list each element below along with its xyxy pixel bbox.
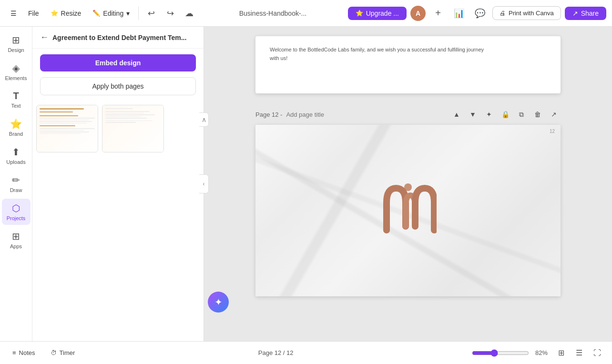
left-panel: ← Agreement to Extend Debt Payment Tem..… <box>32 27 204 341</box>
file-button[interactable]: File <box>23 7 44 20</box>
analytics-icon: 📊 <box>454 8 464 19</box>
redo-icon: ↪ <box>167 8 174 19</box>
topbar-center: Business-Handbook-... <box>200 10 346 17</box>
page-12-canvas[interactable]: 12 <box>255 125 561 296</box>
fullscreen-button[interactable]: ⛶ <box>590 346 604 360</box>
thumb-content-1 <box>37 105 98 152</box>
share-button[interactable]: ↗ Share <box>565 7 606 20</box>
notes-button[interactable]: ≡ Notes <box>8 346 40 359</box>
notes-label: Notes <box>19 349 35 356</box>
page-lock-button[interactable]: 🔒 <box>499 108 512 121</box>
bottombar: ≡ Notes ⏱ Timer Page 12 / 12 82% ⊞ ☰ ⛶ <box>0 341 612 364</box>
page-up-icon: ▲ <box>453 111 460 118</box>
zoom-value: 82% <box>533 349 550 356</box>
page-11-canvas: Welcome to the BottledCode Labs family, … <box>255 36 561 93</box>
page-info: Page 12 / 12 <box>258 349 294 356</box>
draw-icon: ✏ <box>12 174 20 186</box>
upgrade-button[interactable]: ⭐ Upgrade ... <box>348 7 407 20</box>
sidebar-item-elements[interactable]: ◈ Elements <box>2 59 31 85</box>
apply-both-label: Apply both pages <box>92 82 143 90</box>
thumb-content-2 <box>102 105 163 152</box>
embed-label: Embed design <box>95 59 141 67</box>
add-button[interactable]: + <box>429 5 447 22</box>
page-info-center: Page 12 / 12 <box>85 349 466 356</box>
sidebar-item-label-uploads: Uploads <box>6 159 25 165</box>
sidebar-item-design[interactable]: ⊞ Design <box>2 30 31 57</box>
page-12-container: Page 12 - ▲ ▼ ✦ 🔒 ⧉ <box>255 108 561 296</box>
sidebar-item-brand[interactable]: ⭐ Brand <box>2 114 31 141</box>
sidebar-item-label-draw: Draw <box>10 187 22 193</box>
logo-svg <box>379 179 437 241</box>
menu-button[interactable]: ☰ <box>6 7 21 20</box>
sidebar-item-label-projects: Projects <box>7 215 26 221</box>
sidebar-item-apps[interactable]: ⊞ Apps <box>2 227 31 253</box>
print-button[interactable]: 🖨 Print with Canva <box>492 6 561 20</box>
menu-icon: ☰ <box>10 10 17 17</box>
page-down-button[interactable]: ▼ <box>466 108 479 121</box>
resize-button[interactable]: ⭐ Resize <box>46 7 86 20</box>
list-view-button[interactable]: ☰ <box>572 346 586 360</box>
doc-name: Business-Handbook-... <box>239 10 307 17</box>
page-delete-button[interactable]: 🗑 <box>531 108 544 121</box>
sidebar-item-label-elements: Elements <box>5 75 27 81</box>
thumbnail-1[interactable] <box>36 105 98 152</box>
apply-both-button[interactable]: Apply both pages <box>40 77 196 95</box>
avatar[interactable]: A <box>410 6 426 21</box>
cloud-icon: ☁ <box>185 8 194 19</box>
divider1 <box>138 7 139 20</box>
page-12-marble-bg: 12 <box>255 125 561 296</box>
page-magic-button[interactable]: ✦ <box>482 108 496 121</box>
timer-button[interactable]: ⏱ Timer <box>46 346 80 359</box>
zoom-controls: 82% ⊞ ☰ ⛶ <box>472 346 604 360</box>
cloud-button[interactable]: ☁ <box>181 5 198 22</box>
page-up-button[interactable]: ▲ <box>450 108 463 121</box>
collapse-icon: ∧ <box>202 116 206 123</box>
page-delete-icon: 🗑 <box>534 111 541 118</box>
hide-panel-button[interactable]: ‹ <box>199 174 209 193</box>
editing-dropdown-icon: ▾ <box>126 10 130 17</box>
page-12-title-input[interactable] <box>286 111 366 118</box>
projects-icon: ⬡ <box>12 202 20 214</box>
analytics-button[interactable]: 📊 <box>450 5 468 22</box>
sidebar-item-uploads[interactable]: ⬆ Uploads <box>2 142 31 169</box>
comment-button[interactable]: 💬 <box>471 5 489 22</box>
design-icon: ⊞ <box>12 34 20 46</box>
apps-icon: ⊞ <box>12 231 20 242</box>
editing-label: Editing <box>103 10 123 17</box>
sidebar-item-projects[interactable]: ⬡ Projects <box>2 199 31 225</box>
canvas-area[interactable]: Welcome to the BottledCode Labs family, … <box>204 27 612 341</box>
magic-ai-button[interactable]: ✦ <box>208 292 229 313</box>
page-11-content: Welcome to the BottledCode Labs family, … <box>255 36 561 72</box>
embed-design-button[interactable]: Embed design <box>40 54 196 71</box>
undo-icon: ↩ <box>148 8 155 19</box>
sidebar-item-text[interactable]: T Text <box>2 87 31 112</box>
text-icon: T <box>13 91 19 101</box>
share-label: Share <box>581 10 599 17</box>
back-button[interactable]: ← <box>40 32 49 42</box>
hide-panel-icon: ‹ <box>203 181 205 187</box>
timer-icon: ⏱ <box>51 349 57 356</box>
list-view-icon: ☰ <box>576 348 582 357</box>
sidebar-item-label-design: Design <box>8 47 24 53</box>
page-down-icon: ▼ <box>469 111 476 118</box>
share-icon: ↗ <box>572 10 578 17</box>
zoom-slider[interactable] <box>472 349 529 357</box>
file-label: File <box>28 10 39 17</box>
editing-button[interactable]: ✏️ Editing ▾ <box>88 7 134 20</box>
page-11-container: Welcome to the BottledCode Labs family, … <box>255 36 561 93</box>
fullscreen-icon: ⛶ <box>593 349 601 357</box>
resize-label: Resize <box>61 10 82 17</box>
redo-button[interactable]: ↪ <box>162 5 179 22</box>
sidebar-item-draw[interactable]: ✏ Draw <box>2 171 31 197</box>
grid-view-icon: ⊞ <box>558 348 564 357</box>
undo-button[interactable]: ↩ <box>143 5 160 22</box>
thumbnail-2[interactable] <box>102 105 164 152</box>
page-copy-button[interactable]: ⧉ <box>515 108 528 121</box>
print-icon: 🖨 <box>500 10 506 17</box>
page-12-controls: ▲ ▼ ✦ 🔒 ⧉ 🗑 <box>450 108 561 121</box>
page-lock-icon: 🔒 <box>501 111 510 118</box>
uploads-icon: ⬆ <box>12 146 20 158</box>
collapse-button[interactable]: ∧ <box>199 112 209 127</box>
page-more-button[interactable]: ↗ <box>547 108 561 121</box>
grid-view-button[interactable]: ⊞ <box>554 346 568 360</box>
